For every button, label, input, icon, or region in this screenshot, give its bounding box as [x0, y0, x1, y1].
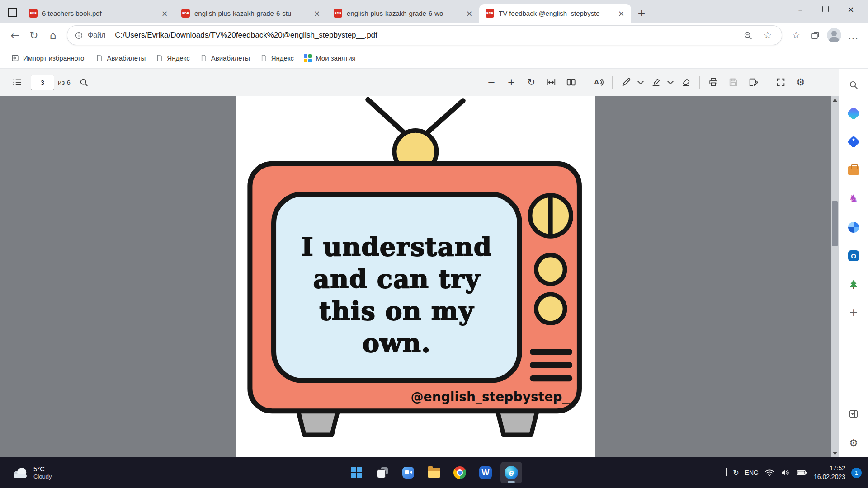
collections-button[interactable] — [806, 26, 825, 45]
clock[interactable]: 17:52 16.02.2023 — [814, 464, 845, 481]
profile-button[interactable] — [825, 26, 844, 45]
volume-icon[interactable] — [780, 468, 790, 478]
sidebar-add-button[interactable]: + — [844, 303, 863, 323]
weather-widget[interactable]: 5°C Cloudy — [6, 463, 56, 483]
sidebar-search-button[interactable] — [844, 75, 863, 95]
rotate-button[interactable]: ↻ — [521, 72, 541, 92]
notification-badge[interactable]: 1 — [851, 468, 862, 478]
bookmark-label: Авиабилеты — [107, 54, 146, 62]
bookmark-aviabilety-1[interactable]: Авиабилеты — [91, 52, 150, 65]
wifi-icon[interactable] — [764, 468, 774, 478]
tab-2[interactable]: PDF english-plus-kazakh-grade-6-stu × — [175, 4, 327, 23]
edge-sidebar: ♞ O + ⚙ — [839, 69, 868, 457]
tab-strip: PDF 6 teachers book.pdf × PDF english-pl… — [0, 0, 868, 23]
page-icon — [156, 54, 163, 62]
save-as-icon — [748, 77, 758, 87]
zoom-in-button[interactable]: + — [501, 72, 521, 92]
tree-icon — [848, 279, 859, 290]
tab-close-icon[interactable]: × — [159, 8, 170, 19]
weather-condition: Cloudy — [33, 473, 52, 480]
start-button[interactable] — [346, 462, 368, 483]
print-button[interactable] — [703, 72, 723, 92]
tab-close-icon[interactable]: × — [311, 8, 322, 19]
language-indicator[interactable]: ENG — [745, 469, 759, 476]
save-as-button[interactable] — [743, 72, 763, 92]
favorites-button[interactable]: ☆ — [787, 26, 806, 45]
new-tab-button[interactable]: + — [634, 5, 649, 20]
scroll-down-button[interactable] — [833, 450, 837, 457]
sync-tray-button[interactable]: ↻ — [733, 469, 739, 477]
scroll-up-button[interactable] — [833, 96, 837, 104]
sidebar-tree-button[interactable] — [844, 274, 863, 294]
fit-to-width-button[interactable] — [541, 72, 561, 92]
sidebar-toolbox-button[interactable] — [844, 160, 863, 180]
edge-button[interactable]: e — [500, 462, 522, 483]
divider — [585, 76, 585, 89]
expand-icon — [776, 77, 786, 87]
bookmark-moi-zanyatiya[interactable]: Мои занятия — [299, 52, 360, 65]
sidebar-shopping-button[interactable] — [844, 132, 863, 152]
tab-1[interactable]: PDF 6 teachers book.pdf × — [23, 4, 175, 23]
zoom-out-button[interactable]: − — [481, 72, 501, 92]
battery-icon[interactable] — [796, 468, 808, 478]
windows-logo-icon — [351, 467, 362, 478]
refresh-button[interactable]: ↻ — [24, 26, 43, 45]
sidebar-copilot-button[interactable] — [844, 103, 863, 123]
tab-close-icon[interactable]: × — [616, 8, 627, 19]
draw-button[interactable] — [616, 72, 636, 92]
chrome-button[interactable] — [449, 462, 471, 483]
sidebar-open-panel-button[interactable] — [844, 404, 863, 424]
search-document-button[interactable] — [74, 72, 94, 92]
maximize-button[interactable] — [813, 0, 838, 18]
highlight-options-button[interactable] — [666, 72, 676, 92]
sidebar-settings-button[interactable]: ⚙ — [844, 433, 863, 453]
vertical-scrollbar[interactable] — [831, 96, 839, 457]
favorites-star-icon: ☆ — [792, 30, 801, 41]
system-tray: ↻ ENG 17:52 16.02.2023 1 — [726, 464, 862, 481]
address-bar[interactable]: Файл C:/Users/Evrika/Downloads/TV%20feed… — [67, 25, 782, 45]
settings-more-button[interactable]: … — [844, 26, 863, 45]
file-explorer-button[interactable] — [423, 462, 445, 483]
chat-button[interactable] — [397, 462, 419, 483]
bookmark-label: Мои занятия — [316, 54, 356, 62]
minimize-button[interactable]: – — [788, 0, 813, 18]
copilot-icon — [846, 106, 860, 120]
save-button[interactable] — [723, 72, 743, 92]
page-count-label: из 6 — [58, 79, 71, 86]
info-icon — [75, 31, 83, 40]
word-button[interactable]: W — [475, 462, 496, 483]
sidebar-games-button[interactable]: ♞ — [844, 189, 863, 209]
fullscreen-button[interactable] — [771, 72, 791, 92]
sidebar-outlook-button[interactable]: O — [844, 246, 863, 266]
bookmark-yandex-1[interactable]: Яндекс — [151, 52, 194, 65]
pdf-settings-button[interactable]: ⚙ — [791, 72, 811, 92]
erase-button[interactable] — [676, 72, 696, 92]
import-favorites-button[interactable]: Импорт избранного — [6, 51, 89, 65]
sidebar-designer-button[interactable] — [844, 217, 863, 237]
highlight-button[interactable] — [646, 72, 666, 92]
close-button[interactable]: × — [838, 0, 863, 18]
tab-close-icon[interactable]: × — [464, 8, 475, 19]
tab-4-active[interactable]: PDF TV feedback @english_stepbyste × — [479, 4, 631, 23]
bookmark-yandex-2[interactable]: Яндекс — [255, 52, 298, 65]
scrollbar-track[interactable] — [831, 104, 839, 450]
task-view-button[interactable] — [372, 462, 393, 483]
page-number-input[interactable] — [31, 75, 54, 90]
pdf-page: I understand and can try this on my own. — [236, 96, 595, 457]
date-text: 16.02.2023 — [814, 473, 845, 481]
tab-3[interactable]: PDF english-plus-kazakh-grade-6-wo × — [327, 4, 479, 23]
table-of-contents-button[interactable] — [7, 72, 27, 92]
bookmark-aviabilety-2[interactable]: Авиабилеты — [195, 52, 255, 65]
read-aloud-button[interactable]: A — [589, 72, 609, 92]
highlighter-icon — [651, 77, 661, 87]
page-view-button[interactable] — [561, 72, 581, 92]
tab-actions-button[interactable] — [5, 5, 20, 20]
edge-icon: e — [505, 466, 518, 479]
scrollbar-thumb[interactable] — [832, 201, 838, 246]
add-favorite-button[interactable]: ☆ — [760, 28, 775, 43]
draw-options-button[interactable] — [636, 72, 646, 92]
home-button[interactable]: ⌂ — [43, 26, 62, 45]
back-button[interactable]: ← — [5, 26, 24, 45]
zoom-indicator-button[interactable] — [740, 28, 755, 43]
tray-expand-button[interactable] — [726, 469, 727, 477]
